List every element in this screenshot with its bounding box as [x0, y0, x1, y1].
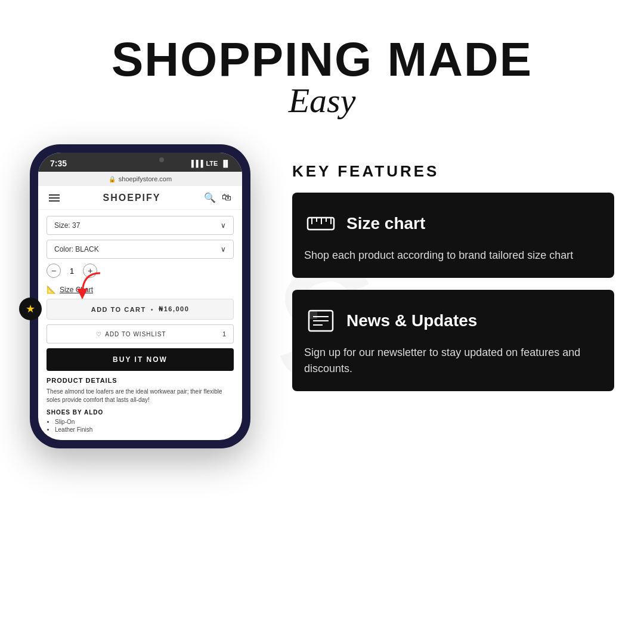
- star-badge: ★: [19, 298, 42, 320]
- wishlist-count: 1: [215, 324, 234, 343]
- color-value: Color: BLACK: [54, 245, 99, 253]
- wishlist-section: ♡ ADD TO WISHLIST 1: [47, 324, 234, 343]
- header: SHOPPING MADE Easy: [0, 0, 644, 138]
- cart-icon[interactable]: 🛍: [222, 192, 231, 203]
- battery-icon: ▐▌: [221, 160, 230, 167]
- ruler-feature-icon: [304, 207, 338, 240]
- add-to-cart-button[interactable]: ADD TO CART • ₦16,000: [47, 299, 234, 320]
- shoes-features-list: Slip-On Leather Finish: [47, 419, 234, 433]
- buy-now-label: BUY IT NOW: [113, 355, 168, 364]
- color-dropdown[interactable]: Color: BLACK ∨: [47, 240, 234, 259]
- svg-rect-11: [309, 311, 317, 319]
- network-type: LTE: [206, 160, 218, 167]
- news-card: News & Updates Sign up for our newslette…: [292, 290, 614, 391]
- size-chart-section: 📐 Size Chart: [47, 285, 234, 294]
- size-chevron-icon: ∨: [221, 221, 226, 230]
- size-dropdown[interactable]: Size: 37 ∨: [47, 216, 234, 235]
- price-label: ₦16,000: [159, 305, 189, 313]
- store-name: SHOEPIFY: [103, 193, 161, 203]
- product-details-title: PRODUCT DETAILS: [47, 377, 234, 384]
- qty-minus-button[interactable]: −: [47, 264, 61, 278]
- buy-now-button[interactable]: BUY IT NOW: [47, 348, 234, 371]
- status-time: 7:35: [50, 159, 67, 168]
- add-to-wishlist-button[interactable]: ♡ ADD TO WISHLIST: [47, 324, 215, 343]
- phone-notch: [98, 153, 182, 169]
- camera-dot: [159, 157, 164, 162]
- signal-icon: ▐▐▐: [189, 160, 203, 167]
- right-panel: KEY FEATURES Size chart: [292, 144, 614, 403]
- wishlist-label: ADD TO WISHLIST: [105, 331, 166, 338]
- main-subtitle: Easy: [0, 80, 644, 120]
- news-card-header: News & Updates: [304, 304, 600, 338]
- size-chart-card-header: Size chart: [304, 207, 600, 240]
- phone-mockup: 7:35 ▐▐▐ LTE ▐▌ 🔒 shoepifystore.com: [30, 144, 262, 448]
- product-content: Size: 37 ∨ Color: BLACK ∨ − 1 +: [38, 210, 242, 440]
- color-chevron-icon: ∨: [221, 245, 226, 253]
- nav-bar: SHOEPIFY 🔍 🛍: [38, 186, 242, 210]
- key-features-title: KEY FEATURES: [292, 162, 614, 181]
- size-chart-feature-title: Size chart: [346, 214, 425, 233]
- ruler-icon: 📐: [47, 285, 56, 294]
- search-icon[interactable]: 🔍: [204, 192, 216, 203]
- red-arrow-icon: [70, 270, 106, 300]
- product-details-text: These almond toe loafers are the ideal w…: [47, 388, 234, 404]
- shoes-by-title: SHOES BY ALDO: [47, 409, 234, 416]
- list-item: Slip-On: [55, 419, 234, 425]
- size-chart-feature-desc: Shop each product according to brand tai…: [304, 247, 600, 264]
- news-feature-icon: [304, 304, 338, 338]
- news-feature-title: News & Updates: [346, 311, 477, 330]
- url-bar: 🔒 shoepifystore.com: [38, 172, 242, 186]
- hamburger-icon[interactable]: [49, 194, 60, 202]
- size-value: Size: 37: [54, 221, 80, 230]
- status-icons: ▐▐▐ LTE ▐▌: [189, 160, 230, 167]
- news-feature-desc: Sign up for our newsletter to stay updat…: [304, 345, 600, 377]
- list-item: Leather Finish: [55, 426, 234, 433]
- heart-icon: ♡: [96, 331, 102, 338]
- url-text: shoepifystore.com: [119, 175, 172, 182]
- add-to-cart-label: ADD TO CART: [91, 306, 146, 313]
- size-chart-card: Size chart Shop each product according t…: [292, 193, 614, 278]
- lock-icon: 🔒: [109, 176, 116, 182]
- nav-icons: 🔍 🛍: [204, 192, 231, 203]
- main-title: SHOPPING MADE: [0, 36, 644, 83]
